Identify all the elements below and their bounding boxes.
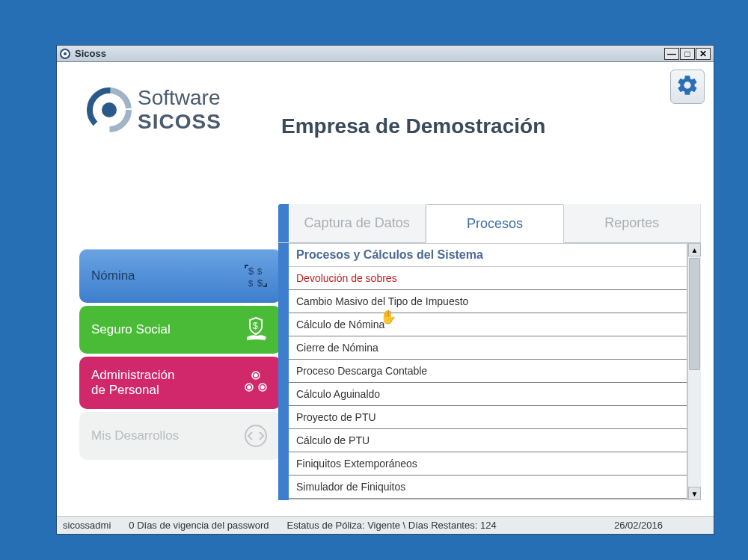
list-item[interactable]: Proceso Descarga Contable (289, 360, 687, 383)
tab-label: Procesos (467, 216, 523, 232)
app-icon (60, 49, 70, 59)
sidebar-item-label: Administración de Personal (91, 368, 242, 399)
people-icon (242, 369, 269, 396)
titlebar[interactable]: Sicoss — □ ✕ (57, 46, 714, 62)
tab-procesos[interactable]: Procesos (426, 204, 563, 243)
tab-reportes[interactable]: Reportes (564, 204, 701, 242)
scroll-track[interactable] (688, 256, 701, 487)
tab-label: Captura de Datos (304, 215, 410, 231)
logo-icon (87, 87, 132, 132)
gear-icon (675, 73, 699, 100)
close-button[interactable]: ✕ (696, 48, 711, 60)
company-title: Empresa de Demostración (281, 114, 545, 138)
list-item[interactable]: Cálculo de PTU (289, 429, 687, 452)
app-window: Sicoss — □ ✕ Software SICOSS Empresa de … (56, 45, 714, 535)
process-list: Procesos y Cálculos del Sistema Devoluci… (289, 243, 687, 500)
svg-point-11 (254, 374, 257, 377)
sidebar-item-label: Seguro Social (91, 322, 242, 337)
list-item[interactable]: Simulador de Finiquitos (289, 476, 687, 499)
svg-point-13 (261, 386, 264, 389)
status-password-days: 0 Días de vigencia del password (129, 520, 269, 531)
tab-bar: Captura de Datos Procesos Reportes (278, 204, 701, 243)
window-title: Sicoss (75, 48, 106, 59)
status-poliza: Estatus de Póliza: Vigente \ Días Restan… (286, 520, 496, 531)
status-user: sicossadmi (63, 520, 111, 531)
process-list-panel: Procesos y Cálculos del Sistema Devoluci… (278, 243, 701, 500)
settings-button[interactable] (670, 70, 705, 104)
list-item[interactable]: Devolución de sobres (289, 267, 687, 290)
svg-text:$: $ (253, 321, 258, 331)
list-header: Procesos y Cálculos del Sistema (289, 244, 687, 267)
status-date: 26/02/2016 (614, 520, 663, 531)
svg-point-2 (102, 102, 117, 117)
scroll-down-button[interactable]: ▼ (688, 487, 701, 500)
logo-text-1: Software (138, 86, 221, 110)
dollar-exchange-icon: $$$$ (242, 262, 269, 289)
svg-text:$: $ (248, 265, 254, 277)
list-item[interactable]: Cambio Masivo del Tipo de Impuesto (289, 290, 687, 313)
list-item[interactable]: Cierre de Nómina (289, 336, 687, 360)
logo-text-2: SICOSS (138, 110, 221, 134)
sidebar: Nómina $$$$ Seguro Social $ Administraci… (79, 249, 281, 460)
list-item[interactable]: Proyecto de PTU (289, 406, 687, 429)
sidebar-item-mis-desarrollos[interactable]: Mis Desarrollos (79, 412, 281, 460)
content-area: Software SICOSS Empresa de Demostración … (57, 62, 714, 516)
list-item[interactable]: Cálculo de Nómina (289, 313, 687, 336)
scroll-thumb[interactable] (689, 258, 700, 370)
svg-text:$: $ (257, 267, 262, 276)
tab-accent (278, 204, 289, 242)
list-item[interactable]: Finiquitos Extemporáneos (289, 452, 687, 476)
tab-captura-datos[interactable]: Captura de Datos (289, 204, 426, 242)
minimize-button[interactable]: — (664, 48, 679, 60)
hand-shield-icon: $ (242, 316, 269, 343)
scroll-up-button[interactable]: ▲ (688, 243, 701, 256)
sidebar-item-label: Nómina (91, 268, 242, 283)
sidebar-item-nomina[interactable]: Nómina $$$$ (79, 249, 281, 303)
list-accent (278, 243, 289, 500)
statusbar: sicossadmi 0 Días de vigencia del passwo… (57, 516, 714, 534)
scrollbar[interactable]: ▲ ▼ (687, 243, 701, 500)
maximize-button[interactable]: □ (680, 48, 695, 60)
logo: Software SICOSS (87, 86, 221, 134)
list-item[interactable]: Cálculo Aguinaldo (289, 383, 687, 406)
svg-text:$: $ (257, 277, 263, 289)
svg-text:$: $ (248, 279, 253, 288)
sidebar-item-seguro-social[interactable]: Seguro Social $ (79, 306, 281, 354)
code-icon (242, 422, 269, 449)
sidebar-item-label: Mis Desarrollos (91, 428, 242, 443)
svg-point-12 (248, 386, 251, 389)
sidebar-item-admin-personal[interactable]: Administración de Personal (79, 357, 281, 409)
tab-label: Reportes (604, 215, 659, 231)
